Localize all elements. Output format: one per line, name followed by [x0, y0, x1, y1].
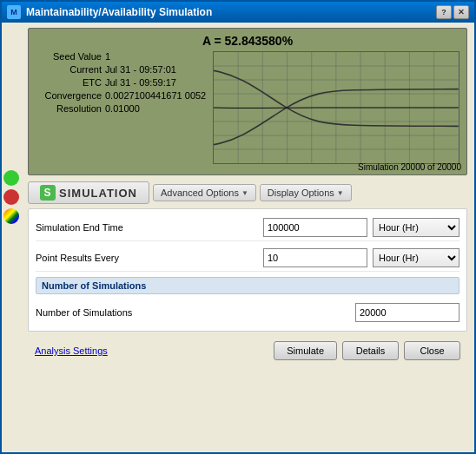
green-icon[interactable] — [3, 170, 19, 186]
point-results-input[interactable] — [263, 248, 367, 267]
point-results-row: Point Results Every Hour (Hr) Minute (Mi… — [36, 245, 459, 272]
point-results-label: Point Results Every — [36, 253, 258, 263]
close-window-button[interactable]: ✕ — [453, 5, 469, 19]
rainbow-icon[interactable] — [3, 208, 19, 224]
analysis-settings-link[interactable]: Analysis Settings — [35, 345, 108, 356]
resolution-value: 0.01000 — [105, 103, 140, 114]
resolution-label: Resolution — [36, 103, 105, 114]
seed-label: Seed Value — [36, 51, 105, 62]
end-time-row: Simulation End Time Hour (Hr) Minute (Mi… — [36, 214, 459, 241]
red-icon[interactable] — [3, 189, 19, 205]
simulation-info: Seed Value 1 Current Jul 31 - 09:57:01 E… — [36, 51, 206, 164]
convergence-label: Convergence — [36, 90, 105, 101]
seed-row: Seed Value 1 — [36, 51, 206, 62]
left-panel — [2, 23, 21, 371]
close-button[interactable]: Close — [404, 341, 460, 360]
etc-value: Jul 31 - 09:59:17 — [105, 77, 176, 88]
etc-row: ETC Jul 31 - 09:59:17 — [36, 77, 206, 88]
resolution-row: Resolution 0.01000 — [36, 103, 206, 114]
window-icon: M — [7, 5, 21, 19]
chart-area — [213, 51, 459, 164]
display-options-label: Display Options — [268, 188, 334, 198]
window-title: Maintainability/Availability Simulation — [26, 6, 212, 18]
bottom-bar: Analysis Settings Simulate Details Close — [28, 336, 467, 365]
point-results-unit-select[interactable]: Hour (Hr) Minute (Min) Day — [373, 248, 459, 267]
end-time-unit-select[interactable]: Hour (Hr) Minute (Min) Day — [373, 218, 459, 237]
advanced-options-label: Advanced Options — [161, 188, 239, 198]
availability-value: A = 52.843580% — [36, 34, 459, 48]
current-row: Current Jul 31 - 09:57:01 — [36, 64, 206, 75]
end-time-input[interactable] — [263, 218, 367, 237]
display-options-arrow: ▼ — [337, 189, 344, 197]
advanced-options-arrow: ▼ — [241, 189, 248, 197]
help-button[interactable]: ? — [436, 5, 452, 19]
simulation-count: Simulation 20000 of 20000 — [358, 162, 461, 172]
bottom-buttons: Simulate Details Close — [274, 341, 460, 360]
toolbar-row: S SIMULATION Advanced Options ▼ Display … — [28, 181, 467, 204]
simulation-label: SIMULATION — [59, 187, 137, 200]
end-time-label: Simulation End Time — [36, 222, 258, 233]
advanced-options-button[interactable]: Advanced Options ▼ — [153, 184, 256, 201]
num-simulations-header: Number of Simulations — [36, 277, 459, 294]
details-button[interactable]: Details — [342, 341, 399, 360]
simulation-button[interactable]: S SIMULATION — [28, 181, 149, 204]
simulate-button[interactable]: Simulate — [274, 341, 337, 360]
current-label: Current — [36, 64, 105, 75]
etc-label: ETC — [36, 77, 105, 88]
title-bar: M Maintainability/Availability Simulatio… — [2, 2, 474, 23]
seed-value: 1 — [105, 51, 110, 62]
num-simulations-label: Number of Simulations — [36, 307, 350, 318]
convergence-row: Convergence 0.0027100441671 0052 — [36, 90, 206, 101]
title-controls: ? ✕ — [436, 5, 469, 19]
form-area: Simulation End Time Hour (Hr) Minute (Mi… — [28, 208, 467, 332]
current-value: Jul 31 - 09:57:01 — [105, 64, 176, 75]
num-simulations-input[interactable] — [355, 303, 459, 322]
display-options-button[interactable]: Display Options ▼ — [260, 184, 352, 201]
num-simulations-row: Number of Simulations — [36, 299, 459, 326]
s-icon: S — [40, 185, 56, 201]
convergence-value: 0.0027100441671 0052 — [105, 90, 206, 101]
simulation-display: A = 52.843580% Seed Value 1 Current Jul … — [28, 28, 467, 175]
